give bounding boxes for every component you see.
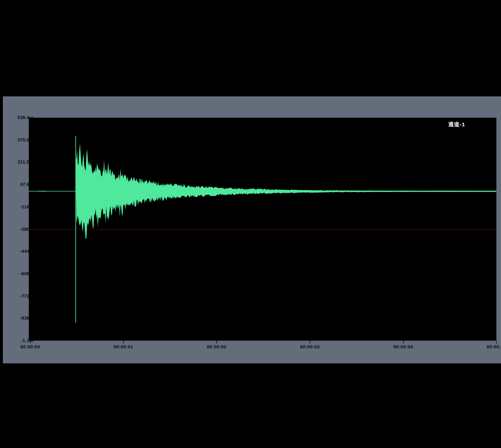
- screen: { "window": { "channel_label": "通道-1" },…: [0, 0, 501, 448]
- x-axis-tick: [496, 341, 497, 343]
- x-axis-label: 00:00:03: [300, 344, 320, 350]
- waveform-svg: [29, 118, 496, 341]
- x-axis-tick: [123, 341, 124, 343]
- channel-label: 通道-1: [448, 121, 465, 128]
- x-axis-label: 00:00:02: [207, 344, 226, 350]
- x-axis-tick: [30, 341, 31, 343]
- x-axis-label: 00:00:05: [486, 344, 501, 350]
- x-axis-tick: [216, 341, 217, 343]
- x-axis-label: 00:00:00: [20, 344, 40, 350]
- waveform-envelope: [76, 144, 496, 239]
- x-axis-tick: [309, 341, 310, 343]
- waveform-display[interactable]: 通道-1: [29, 118, 496, 341]
- x-axis-label: 00:00:01: [114, 344, 133, 350]
- x-axis-tick: [403, 341, 404, 343]
- x-axis-label: 00:00:04: [393, 344, 413, 350]
